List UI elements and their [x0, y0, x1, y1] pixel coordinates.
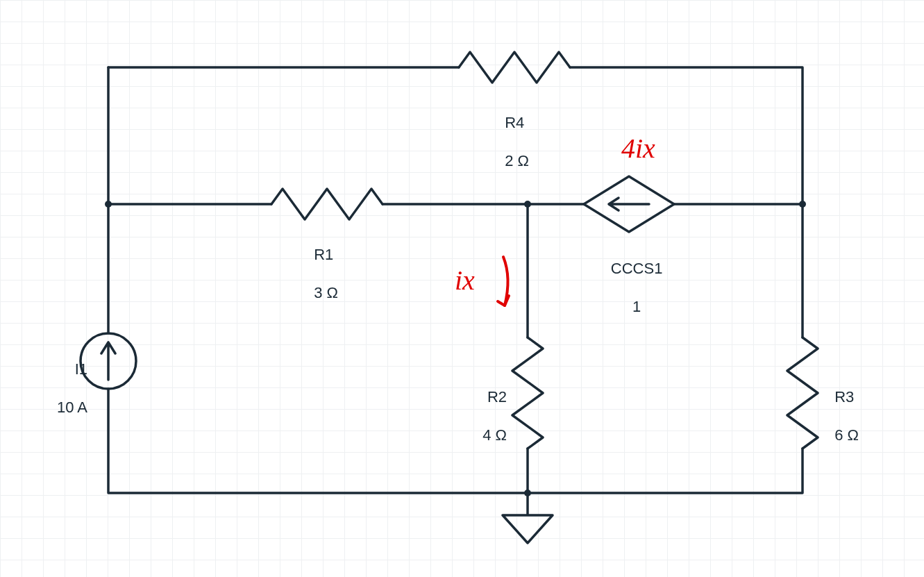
- r1-value: 3 Ω: [314, 284, 338, 301]
- r2-value: 4 Ω: [482, 426, 507, 444]
- label-r2: R2 4 Ω: [474, 368, 507, 444]
- r2-name: R2: [487, 388, 507, 405]
- ground: [503, 493, 553, 543]
- r3-value: 6 Ω: [834, 426, 859, 444]
- wire-i1-bot: [108, 389, 528, 493]
- r4-value: 2 Ω: [505, 152, 529, 169]
- label-r4: R4 2 Ω: [496, 94, 529, 170]
- i1-value: 10 A: [57, 399, 87, 416]
- annotation-gain: 4ix: [621, 132, 655, 165]
- wire-r3-bot: [528, 449, 803, 493]
- svg-point-0: [105, 201, 112, 208]
- resistor-r1: [271, 189, 383, 219]
- svg-point-3: [524, 490, 531, 496]
- cccs1-name: CCCS1: [611, 260, 663, 277]
- resistor-r4: [459, 52, 570, 83]
- resistor-r2: [512, 337, 543, 449]
- resistor-r3: [787, 337, 818, 449]
- i1-name: I1: [75, 360, 87, 378]
- label-i1: I1 10 A: [46, 340, 87, 417]
- svg-point-1: [524, 201, 531, 208]
- label-r1: R1 3 Ω: [305, 226, 338, 302]
- cccs1-value: 1: [632, 298, 641, 315]
- label-r3: R3 6 Ω: [826, 368, 859, 444]
- cccs-arrow: [609, 198, 649, 210]
- current-source-arrow: [101, 342, 115, 380]
- r1-name: R1: [314, 246, 333, 263]
- wire-top-right: [570, 67, 803, 204]
- label-cccs1: CCCS1 1: [601, 240, 664, 316]
- svg-point-2: [799, 201, 806, 208]
- r4-name: R4: [505, 114, 524, 131]
- ix-arrow-head: [498, 296, 509, 306]
- r3-name: R3: [834, 388, 854, 405]
- annotation-ix: ix: [455, 264, 475, 296]
